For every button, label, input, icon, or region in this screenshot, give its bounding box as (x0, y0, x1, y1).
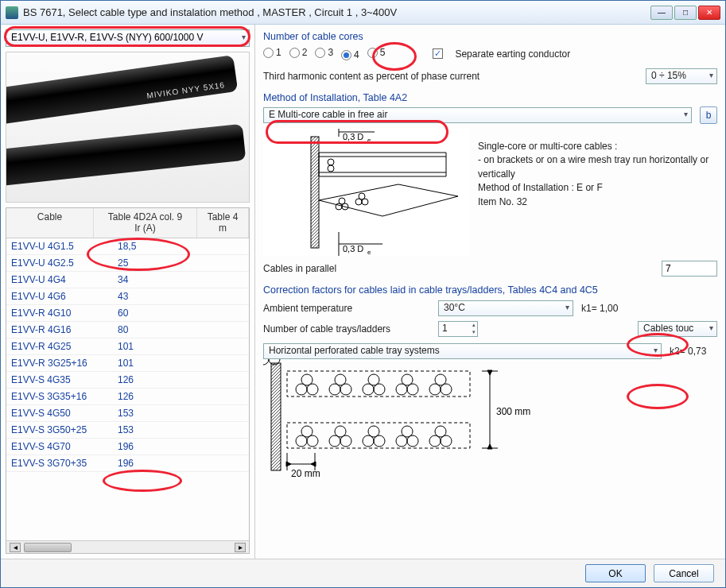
table-row[interactable]: E1VV-S 3G50+25153 (6, 422, 249, 439)
svg-point-8 (339, 198, 345, 204)
table-row[interactable]: E1VV-R 4G1680 (6, 322, 249, 338)
k1-value: k1= 1,00 (581, 303, 629, 314)
table-row[interactable]: E1VV-S 4G70196 (6, 439, 249, 455)
method-b-button[interactable]: b (700, 106, 717, 124)
svg-point-2 (328, 165, 334, 172)
method-description: Single-core or multi-core cables : - on … (478, 129, 717, 256)
svg-rect-0 (311, 137, 319, 248)
harmonic-combo[interactable]: 0 ÷ 15% (646, 68, 717, 84)
table-row[interactable]: E1VV-U 4G1.518,5 (6, 238, 249, 255)
cable-type-combo[interactable]: E1VV-U, E1VV-R, E1VV-S (NYY) 600/1000 V (6, 29, 250, 47)
cores-heading: Number of cable cores (263, 31, 717, 42)
table-header: Cable Table 4D2A col. 9 Ir (A) Table 4 m (6, 208, 249, 238)
table-row[interactable]: E1VV-U 4G2.525 (6, 255, 249, 272)
h-scrollbar[interactable]: ◂▸ (6, 540, 249, 553)
touching-combo[interactable]: Cables touc (638, 321, 717, 337)
correction-heading: Correction factors for cables laid in ca… (263, 284, 717, 296)
ambient-label: Ambient temperature (263, 303, 430, 314)
close-button[interactable]: ✕ (698, 6, 720, 20)
table-row[interactable]: E1VV-S 4G50153 (6, 405, 249, 422)
table-row[interactable]: E1VV-S 3G35+16126 (6, 389, 249, 405)
svg-text:e: e (367, 249, 371, 256)
tray-diagram: 20 mm 300 mm (263, 359, 549, 478)
svg-point-5 (359, 193, 365, 199)
cable-image: MIVIKO NYY 5X16 (6, 52, 250, 203)
table-row[interactable]: E1VV-R 4G25101 (6, 338, 249, 355)
table-row[interactable]: E1VV-U 4G643 (6, 288, 249, 305)
method-combo[interactable]: E Multi-core cable in free air (263, 107, 692, 123)
svg-text:0,3 D: 0,3 D (343, 132, 363, 141)
cores-radio-5[interactable]: 5 (367, 47, 386, 58)
method-heading: Method of Installation, Table 4A2 (263, 92, 717, 103)
trays-spin[interactable]: 1 (438, 321, 478, 337)
svg-text:20 mm: 20 mm (291, 468, 320, 478)
titlebar: BS 7671, Select cable type and instalati… (1, 1, 725, 25)
cores-radio-3[interactable]: 3 (315, 47, 333, 58)
k2-value: k2= 0,73 (670, 346, 717, 357)
cores-radio-1[interactable]: 1 (263, 47, 281, 58)
minimize-button[interactable]: — (650, 6, 673, 20)
table-row[interactable]: E1VV-U 4G434 (6, 272, 249, 288)
window-title: BS 7671, Select cable type and instalati… (23, 6, 650, 18)
table-row[interactable]: E1VV-S 4G35126 (6, 372, 249, 389)
ok-button[interactable]: OK (585, 564, 646, 582)
col-extra[interactable]: Table 4 m (197, 208, 249, 238)
svg-text:300 mm: 300 mm (496, 406, 530, 417)
cable-table[interactable]: Cable Table 4D2A col. 9 Ir (A) Table 4 m… (6, 207, 250, 554)
col-ir[interactable]: Table 4D2A col. 9 Ir (A) (94, 208, 197, 238)
ambient-combo[interactable]: 30°C (438, 300, 573, 316)
col-cable[interactable]: Cable (6, 208, 94, 238)
separate-earthing-checkbox[interactable] (433, 48, 443, 59)
svg-point-1 (328, 159, 334, 165)
table-row[interactable]: E1VV-S 3G70+35196 (6, 455, 249, 472)
maximize-button[interactable]: □ (674, 6, 697, 20)
svg-text:0,3 D: 0,3 D (343, 244, 363, 253)
separate-earthing-label: Separate earting conductor (455, 48, 570, 60)
harmonic-label: Third harmonic content as percent of pha… (263, 71, 479, 82)
cores-radio-4[interactable]: 4 (341, 49, 359, 60)
parallel-input[interactable] (662, 261, 717, 277)
cancel-button[interactable]: Cancel (654, 564, 714, 582)
cores-radio-2[interactable]: 2 (289, 47, 308, 58)
table-row[interactable]: E1VV-R 4G1060 (6, 305, 249, 322)
svg-point-16 (263, 359, 269, 365)
trays-label: Number of cable trays/ladders (263, 323, 430, 335)
table-row[interactable]: E1VV-R 3G25+16101 (6, 355, 249, 372)
app-icon (6, 6, 18, 19)
svg-text:e: e (367, 137, 371, 144)
install-diagram: 0,3 De 0,3 De (263, 129, 470, 256)
tray-system-combo[interactable]: Horizontal perforated cable tray systems (263, 343, 662, 359)
svg-rect-13 (271, 363, 281, 470)
parallel-label: Cables in parallel (263, 263, 470, 274)
